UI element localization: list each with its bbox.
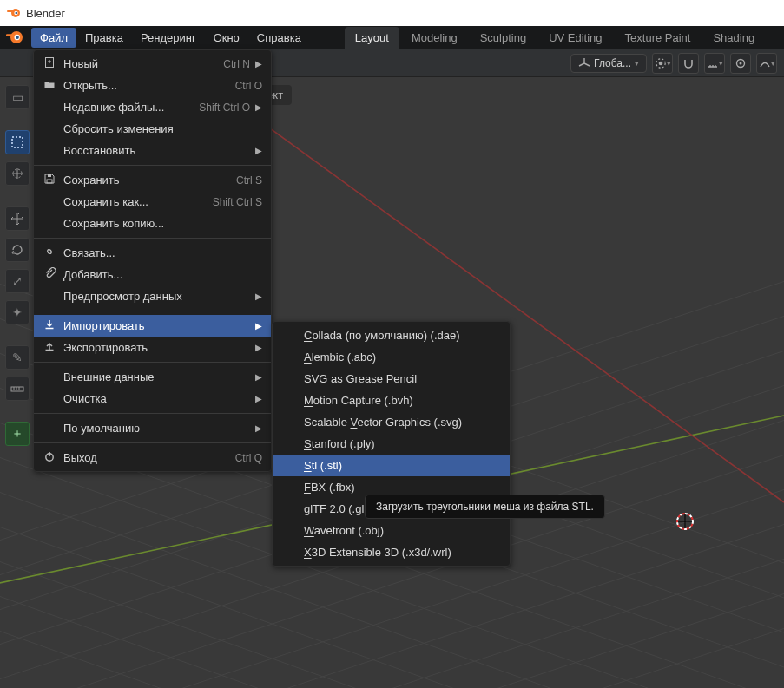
menu-item-label: Очистка <box>63 392 250 405</box>
submenu-arrow-icon: ▶ <box>255 146 262 155</box>
tab-modeling[interactable]: Modeling <box>401 27 468 49</box>
import-format-item[interactable]: Scalable Vector Graphics (.svg) <box>273 411 510 433</box>
pivot-point-button[interactable]: ▾ <box>652 53 673 74</box>
menu-item-label: Сохранить как... <box>63 195 213 208</box>
import-format-item[interactable]: Alembic (.abc) <box>273 346 510 368</box>
svg-point-9 <box>740 62 742 64</box>
file-menu-item[interactable]: Очистка▶ <box>34 388 271 410</box>
menu-item-label: FBX (.fbx) <box>304 481 501 494</box>
import-format-item[interactable]: Motion Capture (.bvh) <box>273 390 510 411</box>
menu-item-label: Stanford (.ply) <box>304 437 501 450</box>
chevron-down-icon: ▾ <box>635 59 639 68</box>
orientation-label: Глоба... <box>594 57 631 69</box>
file-menu-item[interactable]: ВыходCtrl Q <box>34 447 271 468</box>
menu-window[interactable]: Окно <box>205 28 248 48</box>
menu-item-label: Новый <box>63 57 223 70</box>
svg-rect-42 <box>11 387 23 391</box>
menu-file[interactable]: Файл <box>31 28 76 48</box>
snap-target-button[interactable]: ▾ <box>704 53 725 74</box>
tab-layout[interactable]: Layout <box>345 27 399 49</box>
blender-logo-icon <box>7 6 21 20</box>
tool-select-box[interactable] <box>5 130 30 154</box>
submenu-arrow-icon: ▶ <box>255 102 262 112</box>
import-format-item[interactable]: Stl (.stl) <box>273 455 510 476</box>
tab-texture-paint[interactable]: Texture Paint <box>615 27 702 49</box>
menu-edit[interactable]: Правка <box>76 28 132 48</box>
file-menu-item[interactable]: Внешние данные▶ <box>34 366 271 388</box>
file-menu-item[interactable]: Открыть...Ctrl O <box>34 75 271 96</box>
file-menu-dropdown: НовыйCtrl N▶Открыть...Ctrl OНедавние фай… <box>33 49 272 472</box>
menu-item-label: Восстановить <box>63 144 250 157</box>
menu-item-label: Сохранить <box>63 174 236 187</box>
import-format-item[interactable]: SVG as Grease Pencil <box>273 368 510 390</box>
menu-item-label: Scalable Vector Graphics (.svg) <box>304 416 501 429</box>
proportional-falloff-button[interactable]: ▾ <box>756 53 777 74</box>
tab-shading[interactable]: Shading <box>702 27 765 49</box>
file-menu-item[interactable]: Добавить... <box>34 264 271 285</box>
svg-line-19 <box>0 572 784 688</box>
menu-render[interactable]: Рендеринг <box>132 28 205 48</box>
menu-shortcut: Ctrl S <box>236 174 262 187</box>
clip-icon <box>41 267 58 282</box>
file-menu-item[interactable]: Связать... <box>34 242 271 264</box>
import-format-item[interactable]: X3D Extensible 3D (.x3d/.wrl) <box>273 541 510 563</box>
tool-measure[interactable] <box>5 377 30 401</box>
tool-rotate[interactable] <box>5 238 30 262</box>
svg-rect-49 <box>47 180 52 183</box>
file-menu-item[interactable]: Сохранить как...Shift Ctrl S <box>34 191 271 213</box>
file-menu-item[interactable]: Восстановить▶ <box>34 140 271 161</box>
menu-item-label: SVG as Grease Pencil <box>304 372 501 385</box>
proportional-edit-button[interactable] <box>730 53 751 74</box>
menu-item-label: X3D Extensible 3D (.x3d/.wrl) <box>304 546 501 559</box>
import-submenu: Collada (по умолчанию) (.dae)Alembic (.a… <box>272 321 511 567</box>
tab-uv-editing[interactable]: UV Editing <box>538 27 612 49</box>
menu-item-label: Связать... <box>63 246 262 259</box>
menu-help[interactable]: Справка <box>248 28 310 48</box>
import-format-item[interactable]: Stanford (.ply) <box>273 433 510 455</box>
file-menu-item[interactable]: НовыйCtrl N▶ <box>34 53 271 75</box>
menu-item-label: Внешние данные <box>63 370 250 383</box>
tool-transform[interactable]: ✦ <box>5 300 30 324</box>
svg-rect-38 <box>12 137 23 147</box>
menu-item-label: Сбросить изменения <box>63 122 262 135</box>
chevron-down-icon: ▾ <box>667 59 671 68</box>
file-menu-item[interactable]: Импортировать▶ <box>34 315 271 337</box>
menu-item-label: Добавить... <box>63 268 262 281</box>
svg-point-6 <box>658 61 662 65</box>
menu-item-label: Экспортировать <box>63 341 250 354</box>
menu-item-label: Alembic (.abc) <box>304 351 501 364</box>
tool-add[interactable]: ＋ <box>5 422 30 446</box>
tool-annotate[interactable]: ✎ <box>5 345 30 370</box>
menu-item-label: Collada (по умолчанию) (.dae) <box>304 329 501 342</box>
menu-item-label: Wavefront (.obj) <box>304 524 501 537</box>
file-menu-item[interactable]: Сохранить копию... <box>34 213 271 234</box>
tool-scale[interactable]: ⤢ <box>5 269 30 293</box>
file-menu-item[interactable]: По умолчанию▶ <box>34 417 271 439</box>
axes-icon <box>578 57 590 69</box>
blender-icon[interactable] <box>5 28 24 47</box>
folder-icon <box>41 78 58 93</box>
file-menu-item[interactable]: Сбросить изменения <box>34 118 271 140</box>
snap-button[interactable] <box>678 53 699 74</box>
tab-sculpting[interactable]: Sculpting <box>470 27 537 49</box>
tool-cursor[interactable] <box>5 161 30 186</box>
file-menu-item[interactable]: СохранитьCtrl S <box>34 169 271 191</box>
menu-shortcut: Ctrl N <box>223 58 250 70</box>
import-format-item[interactable]: Wavefront (.obj) <box>273 520 510 541</box>
file-menu-item[interactable]: Экспортировать▶ <box>34 337 271 358</box>
app-title: Blender <box>26 7 65 20</box>
file-menu-item[interactable]: Недавние файлы...Shift Ctrl O▶ <box>34 96 271 118</box>
import-icon <box>41 318 58 333</box>
menu-item-label: Motion Capture (.bvh) <box>304 394 501 407</box>
toolbar-left: ▭ ⤢ ✦ ✎ ＋ <box>5 85 31 446</box>
file-menu-item[interactable]: Предпросмотр данных▶ <box>34 285 271 307</box>
menu-item-label: Открыть... <box>63 79 235 92</box>
transform-orientation[interactable]: Глоба... ▾ <box>570 54 647 73</box>
tool-tweak[interactable]: ▭ <box>5 85 30 109</box>
save-icon <box>41 173 58 187</box>
import-format-item[interactable]: Collada (по умолчанию) (.dae) <box>273 324 510 346</box>
chevron-down-icon: ▾ <box>771 59 775 68</box>
menu-item-label: Предпросмотр данных <box>63 290 250 303</box>
tooltip: Загрузить треугольники меша из файла STL… <box>365 495 605 519</box>
tool-move[interactable] <box>5 206 30 231</box>
